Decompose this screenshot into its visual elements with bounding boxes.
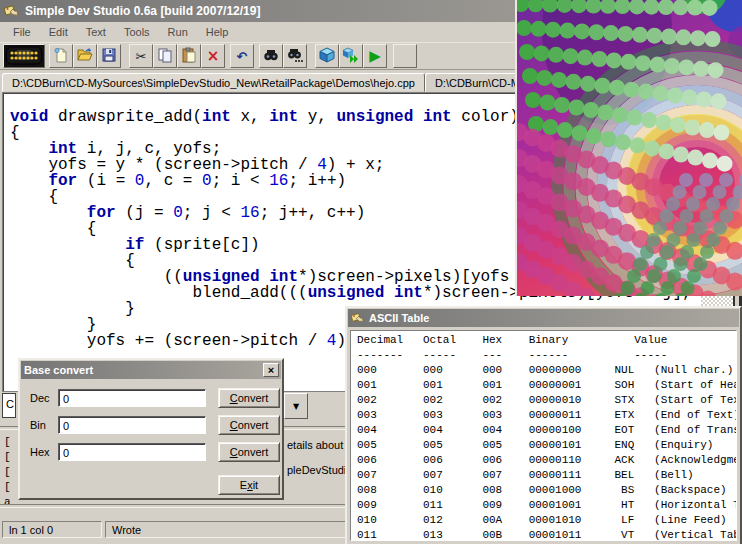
base-convert-titlebar[interactable]: Base convert × [21,361,281,379]
base-convert-dialog: Base convert × DecConvertBinConvertHexCo… [18,358,284,500]
dec-row: DecConvert [30,388,282,408]
window-title: Simple Dev Studio 0.6a [build 2007/12/19… [25,4,260,18]
compile-button[interactable] [315,44,339,68]
tab-hejo-cpp[interactable]: D:\CDBurn\CD-MySources\SimpleDevStudio_N… [2,73,425,92]
ascii-table-row: 007 007 007 00000111 BEL (Bell) [357,468,736,483]
output-combo-fragment[interactable]: C [2,393,16,418]
menu-text[interactable]: Text [77,24,115,40]
output-list-fragment: etails about b [287,439,345,453]
output-combo-dropdown-button[interactable]: ▼ [284,393,308,419]
open-file-button[interactable] [73,44,97,68]
hex-label: Hex [30,446,58,458]
find-next-button[interactable] [283,44,307,68]
ascii-table-row: 004 004 004 00000100 EOT (End of Transmi… [357,423,736,438]
ascii-divider-row: ------- ----- --- ------ ----- [357,348,736,363]
open-file-icon [77,47,93,65]
menu-file[interactable]: File [4,24,40,40]
convert-hex-button[interactable]: Convert [218,442,280,462]
copy-icon [157,47,173,65]
ascii-table-row: 003 003 003 00000011 ETX (End of Text) [357,408,736,423]
ascii-table-row: 011 013 00B 00001011 VT (Vertical Tab) [357,528,736,541]
close-button[interactable]: × [263,363,279,377]
output-list-fragment: [ [4,451,17,465]
delete-icon: × [207,50,220,63]
new-file-icon [53,47,69,65]
paste-button[interactable] [177,44,201,68]
ascii-table-window: ASCII Table Decimal Octal Hex Binary Val… [345,306,742,544]
bin-row: BinConvert [30,415,282,435]
output-panel-bottom-edge [0,504,345,508]
menu-help[interactable]: Help [197,24,238,40]
ascii-table-list: Decimal Octal Hex Binary Value------- --… [350,330,737,541]
find-icon [263,47,279,65]
output-list-fragment: [ [4,436,17,450]
demo-plasma-image [517,0,742,296]
convert-bin-button[interactable]: Convert [218,415,280,435]
ascii-table-row: 009 011 009 00001001 HT (Horizontal Tab) [357,498,736,513]
blank-button[interactable] [393,44,417,68]
cut-icon: ✂ [136,50,147,63]
ascii-table-row: 008 010 008 00001000 BS (Backspace) [357,483,736,498]
app-icon [4,3,20,20]
undo-button[interactable]: ↶ [230,44,254,68]
ascii-table-row: 010 012 00A 00001010 LF (Line Feed) [357,513,736,528]
compile-icon [319,47,335,65]
ascii-table-row: 001 001 001 00000001 SOH (Start of Heade… [357,378,736,393]
device-button[interactable] [3,44,45,68]
run-icon: ▶ [369,50,381,63]
save-file-button[interactable] [97,44,121,68]
desktop: Simple Dev Studio 0.6a [build 2007/12/19… [0,0,742,544]
ascii-window-title: ASCII Table [369,312,429,324]
hex-row: HexConvert [30,442,282,462]
status-caret-position: ln 1 col 0 [2,521,102,538]
menu-tools[interactable]: Tools [115,24,159,40]
build-run-icon [343,47,359,65]
ascii-table-row: 005 005 005 00000101 ENQ (Enquiry) [357,438,736,453]
output-list-fragment: [ [4,481,17,495]
ascii-table-row: 002 002 002 00000010 STX (Start of Text) [357,393,736,408]
bin-label: Bin [30,419,58,431]
chevron-down-icon: ▼ [293,402,299,411]
convert-dec-button[interactable]: Convert [218,388,280,408]
output-list-fragment: pleDevStudio [287,464,345,478]
undo-icon: ↶ [237,50,248,63]
ascii-header-row: Decimal Octal Hex Binary Value [357,333,736,348]
cut-button[interactable]: ✂ [129,44,153,68]
menu-run[interactable]: Run [159,24,197,40]
find-button[interactable] [259,44,283,68]
base-convert-title: Base convert [24,364,93,376]
dec-label: Dec [30,392,58,404]
ascii-table-row: 000 000 000 00000000 NUL (Null char.) [357,363,736,378]
demo-output-window [515,0,742,296]
hex-input[interactable] [58,443,206,461]
delete-button[interactable]: × [201,44,225,68]
paste-icon [181,47,197,65]
menu-edit[interactable]: Edit [40,24,77,40]
bin-input[interactable] [58,416,206,434]
app-icon [351,311,365,326]
new-file-button[interactable] [49,44,73,68]
copy-button[interactable] [153,44,177,68]
dec-input[interactable] [58,389,206,407]
find-next-icon [287,47,303,65]
device-icon [6,46,42,67]
build-run-button[interactable] [339,44,363,68]
run-button[interactable]: ▶ [363,44,387,68]
output-list-fragment: [ [4,466,17,480]
save-file-icon [101,47,117,65]
ascii-table-row: 006 006 006 00000110 ACK (Acknowledgment… [357,453,736,468]
exit-button[interactable]: Exit [218,475,280,495]
ascii-titlebar[interactable]: ASCII Table [348,309,739,327]
